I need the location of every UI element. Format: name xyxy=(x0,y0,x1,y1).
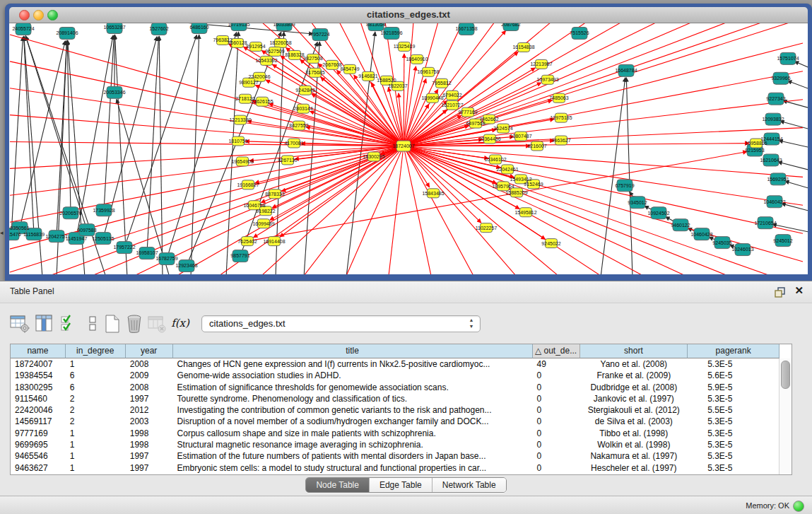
table-settings-icon[interactable] xyxy=(9,313,30,334)
window-titlebar[interactable]: citations_edges.txt xyxy=(9,7,808,23)
panel-collapse-arrow-icon[interactable]: ◂ xyxy=(0,229,4,236)
cell-out_de[interactable]: 0 xyxy=(533,393,580,404)
table-scrollbar[interactable] xyxy=(779,358,792,474)
delete-icon[interactable] xyxy=(124,313,145,334)
cell-pagerank[interactable]: 5.3E-5 xyxy=(688,462,779,474)
cell-in_degree[interactable]: 2 xyxy=(66,393,126,404)
cell-in_degree[interactable]: 1 xyxy=(66,358,126,370)
scrollbar-thumb[interactable] xyxy=(781,361,790,389)
table-row[interactable]: 1872400712008Changes of HCN gene express… xyxy=(11,358,779,370)
cell-in_degree[interactable]: 1 xyxy=(66,462,126,474)
cell-pagerank[interactable]: 5.3E-5 xyxy=(688,428,779,439)
cell-title[interactable]: Corpus callosum shape and size in male p… xyxy=(173,428,533,439)
cell-year[interactable]: 2003 xyxy=(126,416,173,427)
column-header-out_de[interactable]: △ out_de... xyxy=(533,344,580,358)
column-header-short[interactable]: short xyxy=(580,344,688,358)
cell-short[interactable]: de Silva et al. (2003) xyxy=(579,416,688,427)
cell-in_degree[interactable]: 1 xyxy=(66,439,126,450)
cell-pagerank[interactable]: 5.9E-5 xyxy=(688,382,779,393)
column-header-in_degree[interactable]: in_degree xyxy=(66,344,126,358)
cell-name[interactable]: 18724007 xyxy=(11,358,66,370)
cell-name[interactable]: 18300295 xyxy=(11,382,66,393)
column-checklist-icon[interactable] xyxy=(59,313,80,334)
table-header-row[interactable]: namein_degreeyeartitle△ out_de...shortpa… xyxy=(11,344,779,358)
cell-short[interactable]: Jankovic et al. (1997) xyxy=(579,393,688,404)
cell-name[interactable]: 9777169 xyxy=(11,428,66,439)
cell-out_de[interactable]: 0 xyxy=(533,428,580,439)
cell-year[interactable]: 1997 xyxy=(126,393,173,404)
cell-title[interactable]: Investigating the contribution of common… xyxy=(173,404,533,416)
table-selector-combo[interactable]: citations_edges.txt ▲ ▼ xyxy=(201,315,481,332)
cell-in_degree[interactable]: 2 xyxy=(66,404,126,416)
cell-title[interactable]: Genome-wide association studies in ADHD. xyxy=(173,370,533,381)
cell-short[interactable]: Tibbo et al. (1998) xyxy=(579,428,688,439)
table-row[interactable]: 946554611997Estimation of the future num… xyxy=(11,450,779,462)
cell-short[interactable]: Stergiakouli et al. (2012) xyxy=(579,404,688,416)
column-header-year[interactable]: year xyxy=(126,344,173,358)
cell-pagerank[interactable]: 5.3E-5 xyxy=(688,358,779,370)
cell-pagerank[interactable]: 5.3E-5 xyxy=(688,393,779,404)
cell-name[interactable]: 9115460 xyxy=(11,393,66,404)
cell-name[interactable]: 9463627 xyxy=(11,462,66,474)
tab-node-table[interactable]: Node Table xyxy=(306,478,369,492)
cell-short[interactable]: Dudbridge et al. (2008) xyxy=(579,382,688,393)
cell-out_de[interactable]: 0 xyxy=(533,404,580,416)
cell-year[interactable]: 2009 xyxy=(126,370,173,381)
table-row[interactable]: 2242004622012Investigating the contribut… xyxy=(11,404,779,416)
cell-pagerank[interactable]: 5.6E-5 xyxy=(688,370,779,381)
cell-short[interactable]: Hescheler et al. (1997) xyxy=(579,462,688,474)
cell-title[interactable]: Changes of HCN gene expression and I(f) … xyxy=(173,358,533,370)
cell-year[interactable]: 1997 xyxy=(126,462,173,474)
cell-pagerank[interactable]: 5.3E-5 xyxy=(688,450,779,462)
cell-title[interactable]: Disruption of a novel member of a sodium… xyxy=(173,416,533,427)
cell-name[interactable]: 14569117 xyxy=(11,416,66,427)
cell-pagerank[interactable]: 5.5E-5 xyxy=(688,404,779,416)
cell-title[interactable]: Embryonic stem cells: a model to study s… xyxy=(173,462,533,474)
tab-edge-table[interactable]: Edge Table xyxy=(369,478,432,492)
show-column-icon[interactable] xyxy=(34,313,55,334)
function-builder-icon[interactable]: f(x) xyxy=(170,313,191,334)
cell-year[interactable]: 2008 xyxy=(126,382,173,393)
table-row[interactable]: 911546021997Tourette syndrome. Phenomeno… xyxy=(11,393,779,404)
cell-title[interactable]: Tourette syndrome. Phenomenology and cla… xyxy=(173,393,533,404)
network-canvas[interactable]: 1872400724055724208914061065328715276026… xyxy=(9,23,808,274)
column-header-pagerank[interactable]: pagerank xyxy=(688,344,779,358)
table-row[interactable]: 1456911722003Disruption of a novel membe… xyxy=(11,416,779,427)
cell-year[interactable]: 1998 xyxy=(126,439,173,450)
tab-network-table[interactable]: Network Table xyxy=(432,478,506,492)
memory-ok-indicator-icon[interactable] xyxy=(793,501,804,512)
table-body[interactable]: 1872400712008Changes of HCN gene express… xyxy=(11,358,779,474)
cell-out_de[interactable]: 0 xyxy=(533,416,580,427)
cell-in_degree[interactable]: 1 xyxy=(66,428,126,439)
cell-in_degree[interactable]: 1 xyxy=(66,450,126,462)
citation-network-graph[interactable]: 1872400724055724208914061065328715276026… xyxy=(9,23,808,274)
cell-year[interactable]: 2008 xyxy=(126,358,173,370)
column-header-name[interactable]: name xyxy=(11,344,66,358)
float-window-icon[interactable] xyxy=(774,286,787,298)
cell-pagerank[interactable]: 5.3E-5 xyxy=(688,416,779,427)
close-icon[interactable]: ✕ xyxy=(794,284,804,297)
table-row[interactable]: 946362711997Embryonic stem cells: a mode… xyxy=(11,462,779,474)
cell-name[interactable]: 22420046 xyxy=(11,404,66,416)
cell-out_de[interactable]: 49 xyxy=(533,358,580,370)
cell-in_degree[interactable]: 2 xyxy=(66,416,126,427)
cell-out_de[interactable]: 0 xyxy=(533,450,580,462)
cell-name[interactable]: 19384554 xyxy=(11,370,66,381)
cell-year[interactable]: 1997 xyxy=(126,450,173,462)
combo-stepper-icon[interactable]: ▲ ▼ xyxy=(467,317,476,331)
table-row[interactable]: 1938455462009Genome-wide association stu… xyxy=(11,370,779,381)
cell-out_de[interactable]: 0 xyxy=(533,370,580,381)
cell-pagerank[interactable]: 5.3E-5 xyxy=(688,439,779,450)
cell-out_de[interactable]: 0 xyxy=(533,462,580,474)
cell-out_de[interactable]: 0 xyxy=(533,439,580,450)
rows-icon[interactable] xyxy=(82,313,103,334)
cell-year[interactable]: 1998 xyxy=(126,428,173,439)
column-header-title[interactable]: title xyxy=(173,344,533,358)
table-row[interactable]: 969969511998Structural magnetic resonanc… xyxy=(11,439,779,450)
table-row[interactable]: 977716911998Corpus callosum shape and si… xyxy=(11,428,779,439)
table-row[interactable]: 1830029562008Estimation of significance … xyxy=(11,382,779,393)
cell-year[interactable]: 2012 xyxy=(126,404,173,416)
cell-out_de[interactable]: 0 xyxy=(533,382,580,393)
new-document-icon[interactable] xyxy=(102,313,123,334)
cell-title[interactable]: Structural magnetic resonance image aver… xyxy=(173,439,533,450)
